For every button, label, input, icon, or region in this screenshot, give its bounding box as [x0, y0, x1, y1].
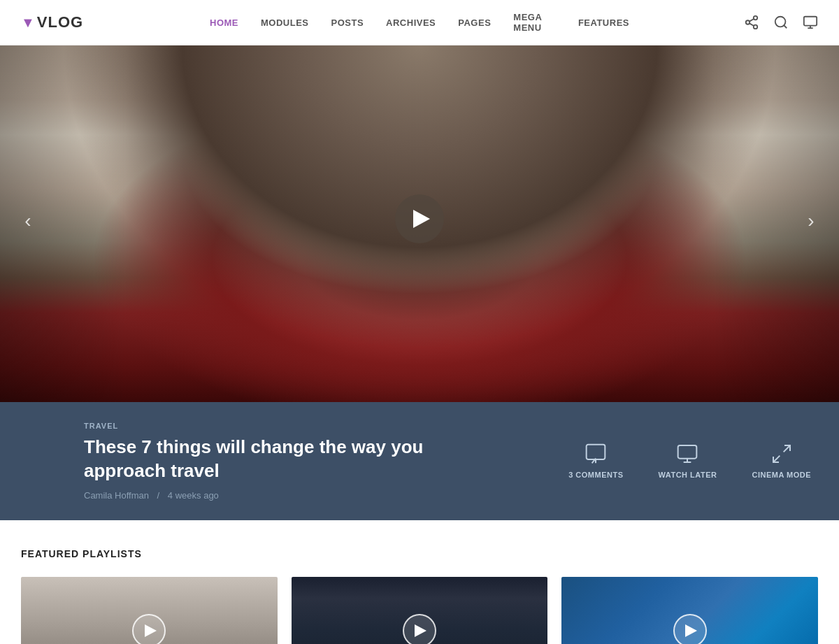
svg-line-6 [784, 25, 787, 28]
svg-rect-10 [587, 445, 605, 459]
nav-item-pages[interactable]: PAGES [458, 17, 491, 28]
hero-comments-label: 3 COMMENTS [568, 471, 623, 479]
playlist-play-1[interactable] [132, 614, 166, 644]
hero-text-block: TRAVEL These 7 things will change the wa… [84, 422, 568, 501]
playlist-play-2[interactable] [403, 614, 436, 644]
svg-line-17 [773, 456, 780, 462]
logo-icon: ▼ [21, 15, 36, 31]
hero-actions: 3 COMMENTS WATCH LATER CINEMA MODE [568, 443, 811, 479]
share-icon[interactable] [744, 15, 759, 30]
svg-rect-7 [804, 17, 817, 26]
slider-next-arrow[interactable]: › [797, 207, 825, 235]
featured-playlists-title: FEATURED PLAYLISTS [21, 548, 818, 559]
hero-info-bar: TRAVEL These 7 things will change the wa… [0, 402, 839, 520]
playlist-card-2[interactable] [292, 577, 548, 644]
svg-point-5 [775, 17, 786, 27]
svg-line-3 [750, 23, 754, 26]
site-header: ▼ VLOG HOME MODULES POSTS ARCHIVES PAGES… [0, 0, 839, 45]
featured-playlists-section: FEATURED PLAYLISTS [0, 520, 839, 644]
hero-action-cinema-mode[interactable]: CINEMA MODE [752, 443, 811, 479]
svg-rect-13 [678, 445, 697, 459]
hero-title[interactable]: These 7 things will change the way you a… [84, 436, 468, 483]
svg-line-16 [783, 445, 789, 452]
playlist-card-1[interactable] [21, 577, 278, 644]
hero-meta: Camila Hoffman / 4 weeks ago [84, 490, 568, 501]
hero-action-watch-later[interactable]: WATCH LATER [659, 443, 717, 479]
header-icons [744, 15, 818, 30]
hero-play-button[interactable] [395, 194, 444, 243]
playlist-play-3[interactable] [673, 614, 707, 644]
display-icon[interactable] [803, 15, 818, 30]
hero-separator: / [157, 490, 160, 501]
nav-item-posts[interactable]: POSTS [331, 17, 364, 28]
hero-cinema-mode-label: CINEMA MODE [752, 471, 811, 479]
hero-time-ago: 4 weeks ago [168, 490, 219, 501]
hero-category: TRAVEL [84, 422, 568, 430]
hero-watch-later-label: WATCH LATER [659, 471, 717, 479]
slider-prev-arrow[interactable]: ‹ [14, 207, 42, 235]
nav-item-home[interactable]: HOME [210, 17, 238, 28]
nav-item-modules[interactable]: MODULES [261, 17, 309, 28]
watch-later-icon [676, 443, 698, 465]
site-logo[interactable]: ▼ VLOG [21, 13, 83, 31]
svg-point-0 [754, 16, 758, 20]
svg-point-2 [754, 25, 758, 29]
nav-item-mega-menu[interactable]: MEGA MENU [513, 12, 556, 33]
search-icon[interactable] [773, 15, 789, 30]
comment-icon [585, 443, 607, 465]
playlist-card-3[interactable] [561, 577, 818, 644]
main-nav: HOME MODULES POSTS ARCHIVES PAGES MEGA M… [210, 12, 629, 33]
svg-line-4 [750, 19, 754, 22]
cinema-mode-icon [770, 443, 793, 465]
logo-text: VLOG [37, 13, 83, 31]
svg-point-1 [746, 20, 750, 24]
hero-action-comments[interactable]: 3 COMMENTS [568, 443, 623, 479]
hero-slider: ‹ › [0, 45, 839, 402]
nav-item-features[interactable]: FEATURES [578, 17, 629, 28]
hero-author: Camila Hoffman [84, 490, 149, 501]
nav-item-archives[interactable]: ARCHIVES [386, 17, 436, 28]
playlist-grid [21, 577, 818, 644]
